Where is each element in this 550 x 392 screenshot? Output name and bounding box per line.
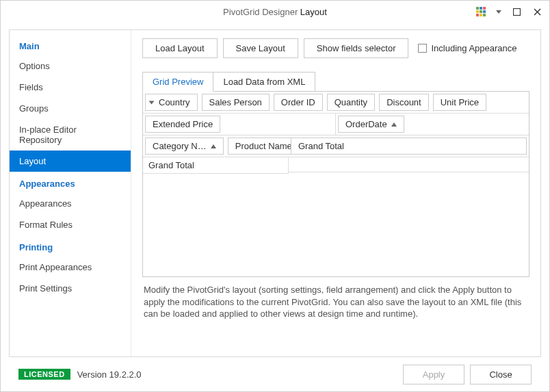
designer-window: PivotGrid Designer Layout MainOptionsFie… bbox=[0, 0, 550, 392]
field-chip[interactable]: Discount bbox=[379, 94, 429, 111]
tab-grid-preview[interactable]: Grid Preview bbox=[142, 72, 213, 92]
column-grand-total-cell: Grand Total bbox=[291, 138, 527, 155]
field-chip-label: Product Name bbox=[235, 141, 292, 151]
layout-toolbar: Load Layout Save Layout Show fields sele… bbox=[142, 38, 529, 58]
row-header-column: Category N…Product Name Grand Total bbox=[143, 135, 289, 174]
window-controls bbox=[473, 1, 545, 23]
field-chip-label: Discount bbox=[387, 97, 421, 107]
footer: LICENSED Version 19.2.2.0 Apply Close bbox=[9, 357, 541, 391]
field-chip[interactable]: Sales Person bbox=[202, 94, 270, 111]
title-bar: PivotGrid Designer Layout bbox=[1, 1, 549, 23]
svg-rect-10 bbox=[513, 8, 520, 15]
load-layout-button[interactable]: Load Layout bbox=[142, 38, 218, 58]
field-chip-label: Country bbox=[159, 97, 190, 107]
field-chip-label: Sales Person bbox=[209, 97, 262, 107]
field-chip[interactable]: Category N… bbox=[145, 138, 224, 155]
content: Load Layout Save Layout Show fields sele… bbox=[131, 30, 540, 356]
data-column-area-row: Extended Price OrderDate bbox=[143, 114, 529, 135]
svg-rect-0 bbox=[476, 7, 479, 10]
field-chip[interactable]: Order ID bbox=[274, 94, 323, 111]
checkbox-box[interactable] bbox=[418, 44, 427, 53]
field-chip[interactable]: Unit Price bbox=[433, 94, 486, 111]
field-chip[interactable]: Quantity bbox=[327, 94, 375, 111]
pivot-grid-preview[interactable]: CountrySales PersonOrder IDQuantityDisco… bbox=[142, 91, 529, 277]
field-chip-label: Quantity bbox=[335, 97, 367, 107]
svg-rect-8 bbox=[483, 14, 486, 16]
grid-icon[interactable] bbox=[473, 3, 489, 20]
sidebar-item-format-rules[interactable]: Format Rules bbox=[10, 214, 131, 235]
svg-rect-5 bbox=[483, 10, 486, 13]
close-icon[interactable] bbox=[529, 3, 545, 20]
data-cell-empty bbox=[289, 157, 529, 172]
svg-rect-2 bbox=[483, 7, 486, 10]
including-appearance-checkbox[interactable]: Including Appearance bbox=[418, 43, 516, 53]
data-field-area[interactable]: Extended Price bbox=[143, 114, 336, 135]
field-chip[interactable]: Extended Price bbox=[145, 116, 220, 133]
svg-rect-6 bbox=[476, 14, 479, 16]
sidebar: MainOptionsFieldsGroupsIn-place Editor R… bbox=[10, 30, 131, 356]
sidebar-item-appearances[interactable]: Appearances bbox=[10, 193, 131, 214]
field-chip-label: Extended Price bbox=[153, 119, 213, 129]
sidebar-header: Main bbox=[10, 34, 131, 55]
filter-field-area[interactable]: CountrySales PersonOrder IDQuantityDisco… bbox=[143, 92, 529, 114]
layout-tabs: Grid Preview Load Data from XML bbox=[142, 72, 529, 92]
sidebar-item-layout[interactable]: Layout bbox=[10, 151, 131, 172]
dropdown-icon[interactable] bbox=[493, 10, 504, 14]
apply-button[interactable]: Apply bbox=[403, 365, 464, 384]
save-layout-button[interactable]: Save Layout bbox=[223, 38, 298, 58]
help-text: Modify the PivotGrid's layout (sorting s… bbox=[142, 277, 529, 320]
maximize-icon[interactable] bbox=[508, 3, 525, 20]
column-field-area[interactable]: OrderDate bbox=[336, 114, 529, 135]
svg-rect-1 bbox=[480, 7, 482, 10]
row-grand-total-cell: Grand Total bbox=[143, 157, 289, 174]
column-grand-total-row: Grand Total bbox=[289, 138, 529, 157]
sidebar-item-print-appearances[interactable]: Print Appearances bbox=[10, 257, 131, 278]
field-chip[interactable]: OrderDate bbox=[338, 116, 404, 133]
body: MainOptionsFieldsGroupsIn-place Editor R… bbox=[1, 23, 549, 391]
field-chip-label: OrderDate bbox=[345, 119, 387, 129]
svg-rect-7 bbox=[480, 14, 482, 16]
tab-load-xml[interactable]: Load Data from XML bbox=[213, 72, 315, 92]
sidebar-item-groups[interactable]: Groups bbox=[10, 98, 131, 119]
expand-icon[interactable] bbox=[149, 101, 155, 104]
main-panel: MainOptionsFieldsGroupsIn-place Editor R… bbox=[9, 29, 541, 357]
sort-asc-icon[interactable] bbox=[211, 144, 216, 148]
field-chip-label: Unit Price bbox=[441, 97, 479, 107]
sidebar-item-in-place-editor-repository[interactable]: In-place Editor Repository bbox=[10, 119, 131, 151]
sort-asc-icon[interactable] bbox=[391, 122, 397, 127]
show-fields-button[interactable]: Show fields selector bbox=[304, 38, 409, 58]
sidebar-item-fields[interactable]: Fields bbox=[10, 77, 131, 98]
field-chip-label: Category N… bbox=[153, 141, 207, 151]
sidebar-item-options[interactable]: Options bbox=[10, 55, 131, 77]
svg-marker-9 bbox=[496, 10, 501, 14]
field-chip-label: Order ID bbox=[281, 97, 315, 107]
license-badge: LICENSED bbox=[18, 369, 70, 380]
title-prefix: PivotGrid Designer bbox=[223, 7, 298, 17]
svg-rect-4 bbox=[480, 10, 482, 13]
row-field-area[interactable]: Category N…Product Name bbox=[143, 135, 289, 157]
sidebar-header: Appearances bbox=[10, 172, 131, 193]
checkbox-label: Including Appearance bbox=[431, 43, 516, 53]
version-label: Version 19.2.2.0 bbox=[77, 369, 142, 380]
close-button[interactable]: Close bbox=[470, 365, 532, 384]
svg-rect-3 bbox=[476, 10, 479, 13]
data-column: Grand Total bbox=[289, 135, 529, 174]
title-page: Layout bbox=[300, 7, 327, 17]
window-title: PivotGrid Designer Layout bbox=[1, 7, 549, 17]
field-chip[interactable]: Country bbox=[145, 94, 198, 111]
sidebar-item-print-settings[interactable]: Print Settings bbox=[10, 278, 131, 299]
grid-body: Category N…Product Name Grand Total Gran… bbox=[143, 135, 529, 174]
sidebar-header: Printing bbox=[10, 235, 131, 257]
